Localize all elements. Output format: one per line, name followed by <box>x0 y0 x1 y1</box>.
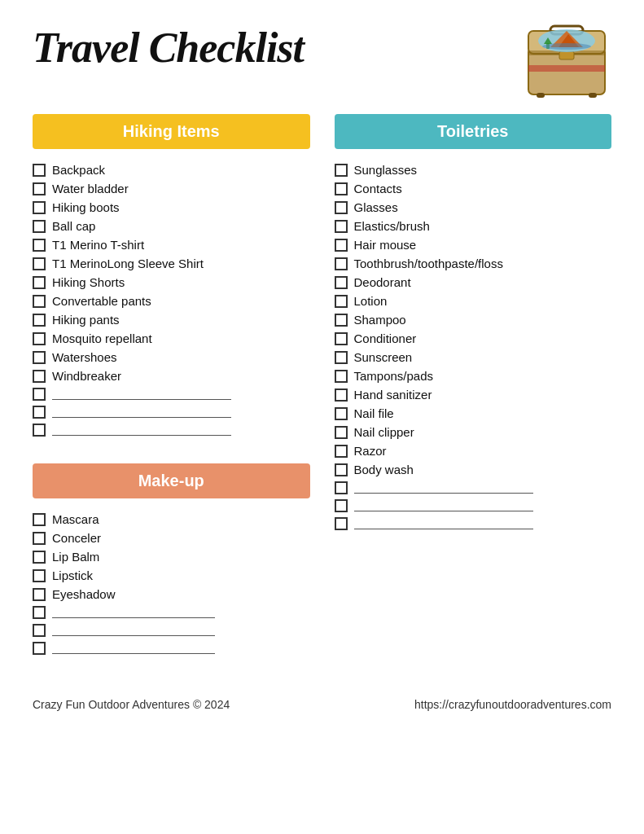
toiletries-section-header: Toiletries <box>335 114 612 149</box>
makeup-section-header: Make-up <box>33 463 310 498</box>
checkbox[interactable] <box>33 239 46 252</box>
list-item: Deodorant <box>335 273 612 292</box>
checkbox[interactable] <box>335 445 348 458</box>
checkbox[interactable] <box>335 463 348 476</box>
svg-rect-4 <box>559 51 574 59</box>
list-item: T1 Merino T-shirt <box>33 235 310 254</box>
checkbox[interactable] <box>33 276 46 289</box>
checkbox[interactable] <box>33 332 46 345</box>
list-item: Razor <box>335 441 612 460</box>
checkbox[interactable] <box>335 370 348 383</box>
checkbox[interactable] <box>335 201 348 214</box>
checkbox[interactable] <box>33 642 46 655</box>
checkbox[interactable] <box>335 332 348 345</box>
list-item: Hand sanitizer <box>335 385 612 404</box>
list-item: Elastics/brush <box>335 217 612 235</box>
list-item: Contacts <box>335 179 612 198</box>
checkbox[interactable] <box>33 532 46 545</box>
checkbox[interactable] <box>33 257 46 270</box>
list-item: Windbreaker <box>33 367 310 385</box>
list-item: Hiking pants <box>33 310 310 329</box>
checkbox[interactable] <box>33 624 46 637</box>
list-item: Sunglasses <box>335 160 612 179</box>
list-item-blank <box>33 421 310 439</box>
header: Travel Checklist <box>33 24 611 98</box>
list-item: Hair mouse <box>335 235 612 254</box>
checkbox[interactable] <box>335 407 348 420</box>
makeup-section: Make-up Mascara Conceler Lip Balm Lipsti… <box>33 463 310 657</box>
list-item: Watershoes <box>33 348 310 367</box>
checkbox[interactable] <box>335 517 348 530</box>
list-item: Body wash <box>335 460 612 479</box>
list-item: Nail file <box>335 404 612 423</box>
checkbox[interactable] <box>33 220 46 233</box>
checkbox[interactable] <box>335 220 348 233</box>
main-columns: Hiking Items Backpack Water bladder Hiki… <box>33 114 611 657</box>
checkbox[interactable] <box>33 314 46 327</box>
checkbox[interactable] <box>33 551 46 564</box>
checkbox[interactable] <box>33 182 46 195</box>
checkbox[interactable] <box>33 569 46 582</box>
list-item-blank <box>33 403 310 421</box>
list-item: Lip Balm <box>33 547 310 566</box>
list-item: Hiking Shorts <box>33 273 310 292</box>
list-item: Eyeshadow <box>33 585 310 604</box>
list-item: Convertable pants <box>33 292 310 310</box>
checkbox[interactable] <box>335 295 348 308</box>
list-item-blank <box>335 479 612 497</box>
list-item-blank <box>335 497 612 515</box>
checkbox[interactable] <box>335 182 348 195</box>
checkbox[interactable] <box>335 388 348 402</box>
checkbox[interactable] <box>33 424 46 437</box>
svg-rect-13 <box>528 65 605 72</box>
checkbox[interactable] <box>33 606 46 619</box>
checkbox[interactable] <box>335 314 348 327</box>
checkbox[interactable] <box>33 513 46 526</box>
list-item: Ball cap <box>33 217 310 235</box>
list-item: Mosquito repellant <box>33 329 310 348</box>
list-item: Hiking boots <box>33 198 310 217</box>
checkbox[interactable] <box>335 257 348 270</box>
checkbox[interactable] <box>335 276 348 289</box>
hiking-section-header: Hiking Items <box>33 114 310 149</box>
checkbox[interactable] <box>33 295 46 308</box>
svg-point-12 <box>542 43 591 50</box>
list-item: T1 MerinoLong Sleeve Shirt <box>33 254 310 273</box>
toiletries-checklist: Sunglasses Contacts Glasses Elastics/bru… <box>335 160 612 533</box>
list-item-blank <box>335 515 612 533</box>
list-item-blank <box>33 385 310 403</box>
checkbox[interactable] <box>33 164 46 177</box>
checkbox[interactable] <box>335 164 348 177</box>
footer: Crazy Fun Outdoor Adventures © 2024 http… <box>33 690 611 711</box>
list-item: Lipstick <box>33 566 310 585</box>
checkbox[interactable] <box>33 588 46 601</box>
list-item: Toothbrush/toothpaste/floss <box>335 254 612 273</box>
list-item: Sunscreen <box>335 348 612 367</box>
list-item: Shampoo <box>335 310 612 329</box>
svg-rect-6 <box>589 93 597 98</box>
list-item: Nail clipper <box>335 423 612 441</box>
list-item-blank <box>33 604 310 621</box>
suitcase-icon <box>522 24 611 98</box>
checkbox[interactable] <box>335 351 348 364</box>
checkbox[interactable] <box>335 499 348 512</box>
checkbox[interactable] <box>33 351 46 364</box>
checkbox[interactable] <box>335 239 348 252</box>
checkbox[interactable] <box>335 481 348 494</box>
list-item: Lotion <box>335 292 612 310</box>
checkbox[interactable] <box>33 201 46 214</box>
list-item-blank <box>33 621 310 639</box>
right-column: Toiletries Sunglasses Contacts Glasses E… <box>335 114 612 533</box>
list-item: Water bladder <box>33 179 310 198</box>
footer-right: https://crazyfunoutdooradventures.com <box>414 698 611 711</box>
list-item: Tampons/pads <box>335 367 612 385</box>
checkbox[interactable] <box>335 426 348 439</box>
checkbox[interactable] <box>33 370 46 383</box>
makeup-checklist: Mascara Conceler Lip Balm Lipstick Eyesh… <box>33 510 310 657</box>
checkbox[interactable] <box>33 388 46 401</box>
checkbox[interactable] <box>33 406 46 419</box>
list-item: Conditioner <box>335 329 612 348</box>
page-title: Travel Checklist <box>33 24 304 71</box>
footer-left: Crazy Fun Outdoor Adventures © 2024 <box>33 698 230 711</box>
list-item: Conceler <box>33 529 310 547</box>
